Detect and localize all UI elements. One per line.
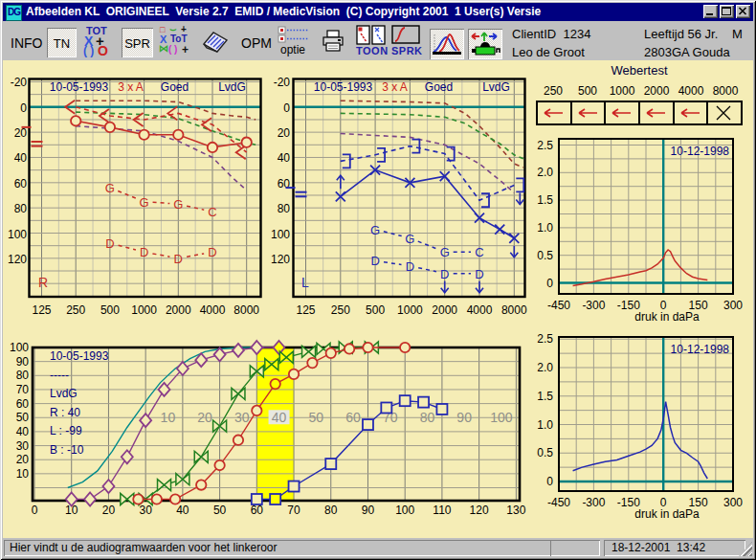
printer-icon [322, 30, 346, 54]
client-name: Leo de Groot [512, 45, 585, 59]
tot-spr-mixed-icon[interactable]: □ ⌣ + X ToT ⋈ ( ) + [159, 24, 190, 56]
maximize-button[interactable] [720, 5, 734, 18]
mix-icon-parens-glyph: ( ) [168, 44, 177, 55]
weber-cell-250[interactable] [538, 102, 572, 123]
sprk-label: SPRK [391, 45, 423, 56]
weber-frequency-label: 4000 [674, 84, 708, 98]
toon-icon[interactable]: TOON [356, 25, 390, 57]
weber-cell-1000[interactable] [606, 102, 640, 123]
client-id: ClientID 1234 [512, 27, 590, 41]
status-bar: Hier vindt u de audiogramwaarden voor he… [3, 538, 753, 558]
title-bar[interactable]: DG Afbeelden KL ORIGINEEL Versie 2.7 EMI… [3, 3, 753, 21]
tot-icon[interactable]: TOT X + ( ) O [83, 25, 114, 57]
arrows-probe-icon [468, 29, 502, 59]
toon-boxes-glyph [356, 25, 390, 46]
status-middle-panel [550, 540, 600, 556]
tn-label: TN [54, 36, 70, 51]
minimize-button[interactable] [703, 5, 718, 18]
optie-checkboxes-glyph [278, 26, 310, 43]
tn-toggle-button[interactable]: TN [47, 28, 77, 57]
close-button[interactable] [736, 5, 750, 18]
status-datetime: 18-12-2001 13:42 [604, 540, 745, 556]
optie-label: optie [280, 43, 305, 56]
weber-cell-4000[interactable] [675, 102, 709, 123]
toon-label: TOON [356, 45, 389, 56]
weber-frequency-label: 8000 [708, 84, 743, 98]
weber-left-arrow-icon [606, 102, 638, 123]
tympanogram-curves-icon [430, 29, 464, 59]
client-age: Leeftijd 56 Jr. [644, 27, 718, 41]
app-icon[interactable]: DG [6, 5, 22, 21]
weber-cross-icon [708, 102, 741, 123]
book-glyph [201, 28, 230, 55]
spr-label: SPR [124, 36, 150, 51]
weber-left-arrow-icon [640, 102, 673, 123]
weber-cell-500[interactable] [572, 102, 607, 123]
weber-left-arrow-icon [675, 102, 707, 123]
webertest-frequencies: 2505001000200040008000 [536, 84, 743, 98]
status-message: Hier vindt u de audiogramwaarden voor he… [4, 540, 553, 556]
application-window: DG Afbeelden KL ORIGINEEL Versie 2.7 EMI… [0, 0, 756, 560]
probe-view-toggle-button[interactable] [468, 29, 502, 59]
weber-cell-8000[interactable] [708, 102, 741, 123]
sprk-curve-glyph [391, 25, 422, 46]
weber-frequency-label: 1000 [605, 84, 639, 98]
toolbar: INFO TN TOT X + ( ) O SPR □ ⌣ + X ToT ⋈ … [3, 21, 753, 60]
book-icon[interactable] [201, 28, 230, 58]
webertest-table [536, 101, 743, 125]
spr-toggle-button[interactable]: SPR [122, 28, 153, 57]
minimize-icon [703, 5, 718, 18]
mix-icon-plus2-glyph: + [182, 43, 189, 56]
opm-label[interactable]: OPM [241, 35, 272, 51]
weber-frequency-label: 500 [570, 84, 605, 98]
tympanogram-view-toggle-button[interactable] [430, 29, 464, 59]
weber-cell-2000[interactable] [640, 102, 675, 123]
webertest-title: Webertest [536, 63, 743, 78]
mix-icon-bowtie-glyph: ⋈ [159, 43, 168, 54]
weber-frequency-label: 250 [536, 84, 570, 98]
tot-icon-parens-glyph: ( ) [83, 44, 94, 57]
close-icon [736, 5, 750, 18]
window-title: Afbeelden KL ORIGINEEL Versie 2.7 EMID /… [26, 5, 541, 18]
maximize-icon [720, 5, 734, 18]
tot-icon-circle-glyph: O [98, 43, 108, 58]
print-button[interactable] [322, 30, 346, 57]
weber-left-arrow-icon [572, 102, 605, 123]
optie-icon[interactable]: optie [278, 26, 310, 56]
main-content [3, 60, 753, 538]
sprk-icon[interactable]: SPRK [391, 25, 426, 57]
client-sex: M [732, 27, 743, 41]
info-label[interactable]: INFO [11, 35, 42, 51]
weber-left-arrow-icon [538, 102, 570, 123]
weber-frequency-label: 2000 [639, 84, 674, 98]
client-city: 2803GA Gouda [644, 45, 730, 59]
